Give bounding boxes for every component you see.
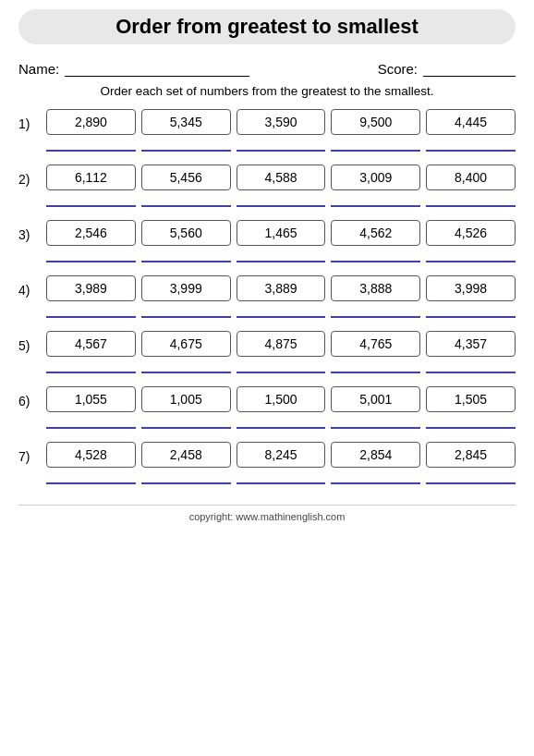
- answer-line[interactable]: [141, 360, 231, 373]
- number-box: 5,345: [141, 109, 231, 135]
- answer-line[interactable]: [141, 471, 231, 484]
- numbers-top-row: 4,5282,4588,2452,8542,845: [46, 442, 516, 468]
- answer-line[interactable]: [331, 360, 420, 373]
- problem-number: 1): [18, 109, 46, 131]
- score-line: [423, 62, 516, 77]
- problem-number: 7): [18, 442, 46, 464]
- number-box: 8,400: [426, 165, 516, 190]
- number-box: 3,009: [331, 165, 420, 190]
- answer-line[interactable]: [237, 194, 326, 207]
- answer-line[interactable]: [46, 416, 136, 429]
- number-box: 3,998: [426, 275, 516, 301]
- answer-line[interactable]: [237, 360, 326, 373]
- answer-line[interactable]: [46, 250, 136, 262]
- answer-line[interactable]: [331, 194, 420, 207]
- number-box: 3,888: [331, 275, 420, 301]
- problem-number: 4): [18, 275, 46, 298]
- problems-container: 1)2,8905,3453,5909,5004,4452)6,1125,4564…: [18, 109, 516, 492]
- numbers-group: 3,9893,9993,8893,8883,998: [46, 275, 516, 325]
- answer-line[interactable]: [141, 194, 231, 207]
- numbers-top-row: 4,5674,6754,8754,7654,357: [46, 331, 516, 357]
- problem-number: 5): [18, 331, 46, 353]
- numbers-top-row: 3,9893,9993,8893,8883,998: [46, 275, 516, 301]
- number-box: 1,505: [426, 386, 516, 412]
- answer-line[interactable]: [426, 471, 516, 484]
- copyright: copyright: www.mathinenglish.com: [18, 505, 516, 522]
- problem-row: 5)4,5674,6754,8754,7654,357: [18, 331, 516, 381]
- number-box: 1,465: [237, 220, 326, 246]
- answer-line[interactable]: [331, 305, 420, 318]
- problem-row: 6)1,0551,0051,5005,0011,505: [18, 386, 516, 436]
- number-box: 5,456: [141, 165, 231, 190]
- answer-row: [46, 194, 516, 207]
- numbers-group: 4,5282,4588,2452,8542,845: [46, 442, 516, 492]
- problem-row: 3)2,5465,5601,4654,5624,526: [18, 220, 516, 270]
- answer-line[interactable]: [331, 139, 420, 152]
- answer-line[interactable]: [237, 416, 326, 429]
- number-box: 4,562: [331, 220, 420, 246]
- answer-line[interactable]: [426, 360, 516, 373]
- number-box: 1,500: [237, 386, 326, 412]
- answer-line[interactable]: [46, 471, 136, 484]
- answer-line[interactable]: [426, 194, 516, 207]
- answer-line[interactable]: [426, 416, 516, 429]
- answer-line[interactable]: [46, 194, 136, 207]
- answer-line[interactable]: [331, 250, 420, 262]
- answer-line[interactable]: [237, 471, 326, 484]
- answer-line[interactable]: [331, 471, 420, 484]
- number-box: 2,458: [141, 442, 231, 468]
- problem-number: 2): [18, 165, 46, 187]
- number-box: 2,546: [46, 220, 136, 246]
- answer-line[interactable]: [237, 250, 326, 262]
- number-box: 3,590: [237, 109, 326, 135]
- numbers-top-row: 2,8905,3453,5909,5004,445: [46, 109, 516, 135]
- numbers-top-row: 1,0551,0051,5005,0011,505: [46, 386, 516, 412]
- problem-row: 1)2,8905,3453,5909,5004,445: [18, 109, 516, 159]
- answer-line[interactable]: [46, 139, 136, 152]
- number-box: 2,845: [426, 442, 516, 468]
- answer-line[interactable]: [237, 305, 326, 318]
- number-box: 4,675: [141, 331, 231, 357]
- number-box: 4,567: [46, 331, 136, 357]
- answer-row: [46, 360, 516, 373]
- number-box: 1,055: [46, 386, 136, 412]
- number-box: 8,245: [237, 442, 326, 468]
- answer-line[interactable]: [141, 305, 231, 318]
- number-box: 3,889: [237, 275, 326, 301]
- number-box: 2,890: [46, 109, 136, 135]
- answer-row: [46, 416, 516, 429]
- number-box: 3,989: [46, 275, 136, 301]
- answer-line[interactable]: [141, 416, 231, 429]
- number-box: 3,999: [141, 275, 231, 301]
- answer-row: [46, 139, 516, 152]
- answer-line[interactable]: [141, 250, 231, 262]
- answer-line[interactable]: [426, 139, 516, 152]
- answer-line[interactable]: [331, 416, 420, 429]
- numbers-group: 2,5465,5601,4654,5624,526: [46, 220, 516, 270]
- answer-line[interactable]: [141, 139, 231, 152]
- number-box: 4,357: [426, 331, 516, 357]
- answer-line[interactable]: [46, 360, 136, 373]
- answer-line[interactable]: [46, 305, 136, 318]
- problem-row: 4)3,9893,9993,8893,8883,998: [18, 275, 516, 325]
- number-box: 1,005: [141, 386, 231, 412]
- name-line: [65, 62, 249, 77]
- score-label: Score:: [378, 61, 418, 77]
- answer-line[interactable]: [426, 305, 516, 318]
- answer-line[interactable]: [426, 250, 516, 262]
- number-box: 4,528: [46, 442, 136, 468]
- problem-row: 2)6,1125,4564,5883,0098,400: [18, 165, 516, 214]
- answer-line[interactable]: [237, 139, 326, 152]
- answer-row: [46, 250, 516, 262]
- number-box: 2,854: [331, 442, 420, 468]
- problem-row: 7)4,5282,4588,2452,8542,845: [18, 442, 516, 492]
- name-label: Name:: [18, 61, 59, 77]
- page-title: Order from greatest to smallest: [18, 9, 516, 44]
- numbers-group: 4,5674,6754,8754,7654,357: [46, 331, 516, 381]
- number-box: 5,560: [141, 220, 231, 246]
- number-box: 4,526: [426, 220, 516, 246]
- numbers-group: 6,1125,4564,5883,0098,400: [46, 165, 516, 214]
- instruction: Order each set of numbers from the great…: [18, 84, 516, 98]
- answer-row: [46, 471, 516, 484]
- numbers-group: 1,0551,0051,5005,0011,505: [46, 386, 516, 436]
